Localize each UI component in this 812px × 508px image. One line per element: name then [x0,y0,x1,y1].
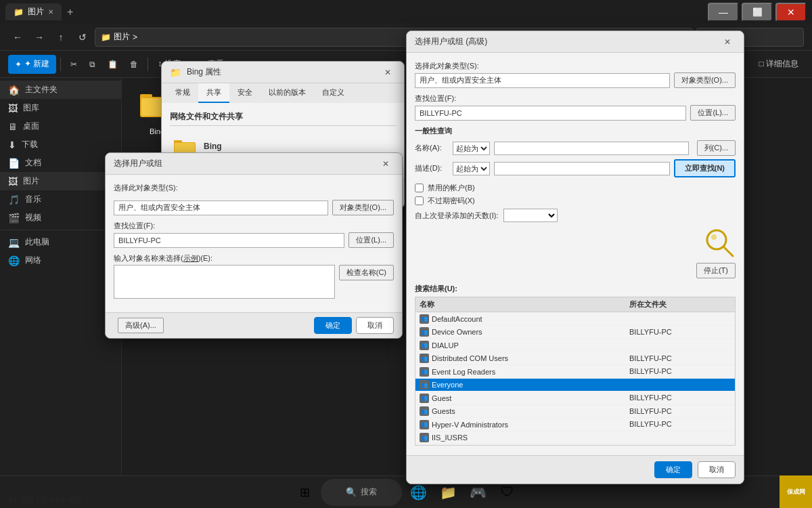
sidebar-item-thispc[interactable]: 💻 此电脑 › [0,233,121,251]
new-btn[interactable]: ✦ ✦ 新建 [8,55,56,74]
table-row[interactable]: 👥 GuestsBILLYFU-PC [415,404,735,418]
table-row[interactable]: 👥 IIS_IUSRS [415,431,735,444]
tab-share[interactable]: 共享 [198,83,229,103]
bing-properties-tabs: 常规 共享 安全 以前的版本 自定义 [162,83,404,103]
no-expire-checkbox[interactable] [415,196,424,205]
up-btn[interactable]: ↑ [51,28,70,47]
result-name: 👥 DefaultAccount [415,312,625,326]
result-folder [625,378,735,391]
location-label: 查找位置(F): [114,221,394,231]
bing-properties-titlebar[interactable]: 📁 Bing 属性 ✕ [162,62,404,83]
new-label: ✦ 新建 [24,58,49,70]
list-btn[interactable]: 列(C)... [697,140,736,156]
select-user-small-titlebar[interactable]: 选择用户或组 ✕ [106,153,402,175]
small-ok-btn[interactable]: 确定 [314,317,352,334]
large-dialog-close[interactable]: ✕ [719,34,736,50]
object-type-btn[interactable]: 对象类型(O)... [332,200,394,215]
location-btn[interactable]: 位置(L)... [348,232,394,248]
share-name: Bing [204,142,226,151]
small-cancel-btn[interactable]: 取消 [356,317,394,334]
disabled-accounts-row: 禁用的帐户(B) [415,183,736,193]
general-query-title: 一般性查询 [415,126,736,136]
title-bar: 📁 图片 ✕ + — ⬜ ✕ [0,0,812,24]
new-tab-btn[interactable]: + [62,3,78,21]
object-type-label: 选择此对象类型(S): [114,183,178,193]
svg-line-7 [723,247,733,256]
tab-previous[interactable]: 以前的版本 [261,83,314,103]
search-btn[interactable]: 🔍 搜索 [321,479,402,506]
large-object-type-btn[interactable]: 对象类型(O)... [674,72,736,88]
stop-btn[interactable]: 停止(T) [696,263,736,278]
delete-btn[interactable]: 🗑 [125,55,143,74]
name-filter-input[interactable] [494,142,689,155]
maximize-btn[interactable]: ⬜ [742,3,773,22]
cut-btn[interactable]: ✂ [65,55,83,74]
select-user-small-title: 选择用户或组 [114,158,372,169]
sidebar-item-videos[interactable]: 🎬 视频 [0,209,121,227]
select-user-small-body: 选择此对象类型(S): 对象类型(O)... 查找位置(F): 位置(L)...… [106,175,402,312]
object-type-value-row: 对象类型(O)... [114,200,394,215]
sidebar-item-music[interactable]: 🎵 音乐 [0,190,121,209]
table-row[interactable]: 👥 Device OwnersBILLYFU-PC [415,325,735,339]
table-row[interactable]: 👥 Everyone [415,378,735,391]
sidebar-item-gallery[interactable]: 🖼 图库 [0,99,121,117]
table-row[interactable]: 👥 GuestBILLYFU-PC [415,391,735,405]
sidebar-item-home[interactable]: 🏠 主文件夹 [0,81,121,99]
table-row[interactable]: 👥 Event Log ReadersBILLYFU-PC [415,365,735,379]
table-row[interactable]: 👥 INTERACTIVE [415,444,735,446]
tab-security[interactable]: 安全 [229,83,261,103]
desc-filter-select[interactable]: 起始为 [453,162,490,175]
check-names-btn[interactable]: 检查名称(C) [339,265,394,280]
large-cancel-btn[interactable]: 取消 [698,461,736,478]
desc-filter-input[interactable] [494,162,670,175]
sidebar-label-gallery: 图库 [23,102,39,114]
tab-close-btn[interactable]: ✕ [48,8,53,16]
sidebar-item-documents[interactable]: 📄 文档 [0,154,121,172]
table-row[interactable]: 👥 DefaultAccount [415,312,735,326]
sidebar-item-pictures[interactable]: 🖼 图片 [0,172,121,190]
location-input[interactable] [114,233,344,248]
advanced-btn[interactable]: 高级(A)... [118,318,164,333]
large-location-input[interactable] [415,106,686,121]
disabled-accounts-checkbox[interactable] [415,184,424,192]
objects-textarea[interactable] [114,265,335,299]
result-name: 👥 Event Log Readers [415,365,625,379]
tab-custom[interactable]: 自定义 [314,83,353,103]
result-name: 👥 Guests [415,404,625,418]
sidebar-item-downloads[interactable]: ⬇ 下载 [0,135,121,154]
large-location-btn[interactable]: 位置(L)... [690,105,736,121]
object-type-input[interactable] [114,200,328,215]
forward-btn[interactable]: → [30,28,49,47]
detail-btn[interactable]: □ 详细信息 [753,55,804,74]
tab-general[interactable]: 常规 [167,83,198,103]
minimize-btn[interactable]: — [708,3,739,22]
search-icon-area [415,226,736,259]
result-name: 👥 Everyone [415,378,625,391]
sidebar-item-desktop[interactable]: 🖥 桌面 [0,117,121,135]
refresh-btn[interactable]: ↺ [73,28,92,47]
paste-btn[interactable]: 📋 [102,55,123,74]
close-btn[interactable]: ✕ [775,3,807,22]
music-icon: 🎵 [8,194,20,205]
large-object-type-input[interactable] [415,73,670,88]
select-user-small-close[interactable]: ✕ [378,156,394,172]
name-row: 名称(A): 起始为 列(C)... [415,140,736,156]
sidebar-item-network[interactable]: 🌐 网络 › [0,251,121,270]
start-btn[interactable]: ⊞ [291,479,318,506]
search-icon-taskbar: 🔍 [346,487,357,497]
large-ok-btn[interactable]: 确定 [654,461,692,478]
large-dialog-titlebar[interactable]: 选择用户或组 (高级) ✕ [407,31,744,53]
results-scroll[interactable]: 名称 所在文件夹 👥 DefaultAccount👥 Device Owners… [415,297,736,446]
bing-properties-close-btn[interactable]: ✕ [380,64,396,81]
home-icon: 🏠 [8,85,20,96]
days-select[interactable] [503,209,558,222]
explorer-tab[interactable]: 📁 图片 ✕ [5,3,62,20]
table-row[interactable]: 👥 Hyper-V AdministratorsBILLYFU-PC [415,418,735,431]
search-now-btn[interactable]: 立即查找(N) [674,159,736,177]
back-btn[interactable]: ← [8,28,27,47]
table-row[interactable]: 👥 Distributed COM UsersBILLYFU-PC [415,352,735,365]
name-filter-select[interactable]: 起始为 [453,142,490,155]
table-row[interactable]: 👥 DIALUP [415,339,735,352]
copy-btn[interactable]: ⧉ [84,55,101,74]
downloads-icon: ⬇ [8,140,16,150]
